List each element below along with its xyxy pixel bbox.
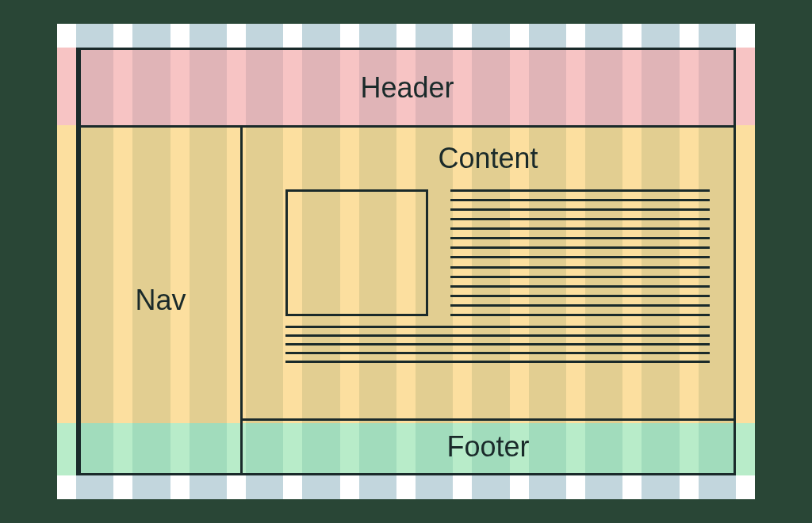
text-line — [285, 326, 710, 328]
text-line — [450, 218, 710, 220]
text-line — [450, 285, 710, 288]
content-region: Content — [240, 125, 736, 421]
image-placeholder — [285, 189, 428, 316]
content-label: Content — [438, 142, 538, 175]
content-body — [243, 175, 733, 418]
page-layout: Header Nav Content — [76, 48, 736, 475]
footer-region: Footer — [240, 418, 736, 475]
text-line — [450, 199, 710, 201]
nav-region: Nav — [79, 125, 243, 475]
text-line — [450, 304, 710, 307]
grid-row-gap — [57, 475, 755, 499]
nav-label: Nav — [135, 284, 186, 317]
text-line — [285, 352, 710, 354]
text-lines-block — [450, 189, 710, 316]
header-region: Header — [79, 48, 736, 128]
text-line — [450, 266, 710, 269]
text-line — [450, 189, 710, 192]
text-line — [450, 295, 710, 297]
text-line — [450, 314, 710, 316]
layout-diagram: Header Nav Content — [57, 24, 755, 499]
text-line — [450, 276, 710, 278]
text-lines-full — [285, 326, 710, 363]
text-line — [285, 361, 710, 363]
text-line — [450, 256, 710, 258]
footer-label: Footer — [446, 430, 529, 464]
text-line — [450, 227, 710, 230]
content-media-row — [285, 189, 710, 316]
text-line — [450, 246, 710, 249]
grid-row-gap — [57, 24, 755, 48]
text-line — [450, 208, 710, 211]
text-line — [285, 343, 710, 345]
text-line — [450, 237, 710, 239]
header-label: Header — [360, 71, 454, 105]
text-line — [285, 334, 710, 337]
